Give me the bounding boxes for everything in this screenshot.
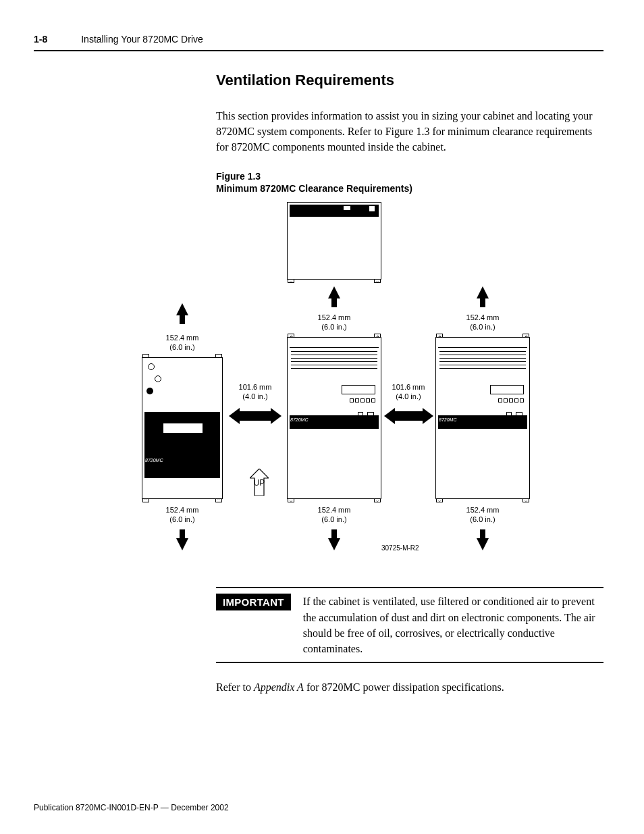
appendix-ref: Appendix A [254, 681, 304, 693]
arrow-up-icon [176, 303, 188, 315]
important-badge: IMPORTANT [216, 594, 291, 610]
clearance-label: 101.6 mm(4.0 in.) [232, 383, 279, 400]
drive-unit-middle: ⌃⌃ 8720MC ⌵⌵ [287, 337, 381, 499]
arrow-down-icon [477, 538, 489, 550]
drive-unit-right: ⌃⌃ 8720MC ⌵⌵ [435, 337, 530, 499]
up-label: UP [250, 478, 269, 488]
closing-paragraph: Refer to Appendix A for 8720MC power dis… [216, 679, 603, 695]
running-title: Installing Your 8720MC Drive [81, 34, 203, 45]
product-label: 8720MC [290, 417, 308, 422]
figure-reference: 30725-M-R2 [381, 544, 419, 552]
figure-title: Minimum 8720MC Clearance Requirements) [216, 183, 412, 194]
clearance-label: 152.4 mm(6.0 in.) [311, 313, 358, 331]
closing-suffix: for 8720MC power dissipation specificati… [304, 681, 504, 693]
arrow-horizontal-icon [238, 411, 272, 421]
closing-prefix: Refer to [216, 681, 254, 693]
arrow-down-icon [176, 538, 188, 550]
clearance-label: 152.4 mm(6.0 in.) [311, 506, 358, 523]
figure-caption: Figure 1.3 Minimum 8720MC Clearance Requ… [216, 170, 603, 196]
arrow-down-icon [328, 538, 340, 550]
page-header: 1-8 Installing Your 8720MC Drive [34, 34, 603, 51]
content-column: Ventilation Requirements This section pr… [216, 72, 603, 195]
product-label: 8720MC [439, 417, 456, 422]
figure-diagram: ⌵⌵ 8720MC ⌃⌃ ⌃⌃ 8720MC ⌵⌵ ⌃⌃ [108, 202, 608, 567]
figure-number: Figure 1.3 [216, 171, 261, 182]
arrow-up-icon [328, 286, 340, 298]
clearance-label: 152.4 mm(6.0 in.) [459, 506, 506, 523]
up-direction-icon: UP [250, 469, 269, 493]
chassis-top: ⌵⌵ [287, 202, 381, 280]
clearance-label: 152.4 mm(6.0 in.) [159, 506, 206, 523]
clearance-label: 101.6 mm(4.0 in.) [385, 383, 432, 400]
arrow-horizontal-icon [394, 411, 424, 421]
power-supply-unit: 8720MC ⌃⌃ [142, 357, 223, 499]
product-label: 8720MC [145, 458, 163, 463]
clearance-label: 152.4 mm(6.0 in.) [159, 334, 206, 351]
arrow-up-icon [477, 286, 489, 298]
page-number: 1-8 [34, 34, 47, 45]
section-title: Ventilation Requirements [216, 72, 603, 89]
important-text: If the cabinet is ventilated, use filter… [303, 594, 603, 656]
publication-footer: Publication 8720MC-IN001D-EN-P — Decembe… [34, 803, 229, 812]
clearance-label: 152.4 mm(6.0 in.) [459, 313, 506, 331]
intro-paragraph: This section provides information to ass… [216, 108, 603, 155]
important-callout: IMPORTANT If the cabinet is ventilated, … [216, 587, 603, 663]
